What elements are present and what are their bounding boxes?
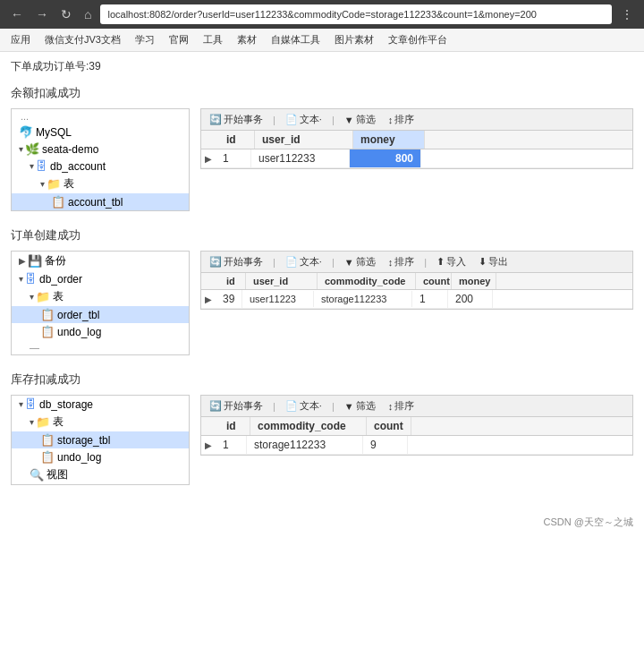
section-account-title: 余额扣减成功 <box>11 85 633 101</box>
text-icon-2: 📄 <box>285 256 298 268</box>
sort-btn-1[interactable]: ↕ 排序 <box>386 112 418 127</box>
start-transaction-btn-1[interactable]: 🔄 开始事务 <box>207 112 266 127</box>
refresh-button[interactable]: ↻ <box>57 5 75 23</box>
back-button[interactable]: ← <box>7 5 27 23</box>
tree-item-storage-tbl[interactable]: 📋 storage_tbl <box>12 431 189 448</box>
row-arrow-storage-1: ▶ <box>201 440 216 450</box>
text-icon-1: 📄 <box>285 114 298 125</box>
tree-item-mysql[interactable]: 🐬 MySQL <box>12 124 189 141</box>
col-id-account: id <box>219 131 255 149</box>
bookmark-item[interactable]: 学习 <box>130 31 160 48</box>
tree-item-account-tbl[interactable]: 📋 account_tbl <box>12 193 189 210</box>
tree-item-db-account[interactable]: ▾ 🗄 db_account <box>12 158 189 175</box>
tree-item-table-group-order[interactable]: ▾ 📁 表 <box>12 287 189 306</box>
filter-btn-2[interactable]: ▼ 筛选 <box>342 254 378 269</box>
tree-item-table-group-storage[interactable]: ▾ 📁 表 <box>12 413 189 431</box>
filter-icon-3: ▼ <box>344 401 354 412</box>
cell-count-order-1: 1 <box>412 290 448 308</box>
forward-button[interactable]: → <box>32 5 52 23</box>
tree-item-db-storage[interactable]: ▾ 🗄 db_storage <box>12 396 189 413</box>
col-count-order: count <box>416 273 452 289</box>
section-storage-title: 库存扣减成功 <box>11 371 633 388</box>
col-id-order: id <box>219 273 246 289</box>
tree-item-undo-log-order[interactable]: 📋 undo_log <box>12 323 189 340</box>
footer-text: CSDN @天空～之城 <box>544 516 633 527</box>
table-group-storage-label: 表 <box>53 414 64 430</box>
bookmark-item[interactable]: 素材 <box>232 31 262 48</box>
tree-item-backup[interactable]: ▶ 💾 备份 <box>12 252 189 270</box>
section-order: 订单创建成功 ▶ 💾 备份 ▾ 🗄 db_order ▾ 📁 表 <box>11 227 633 355</box>
cell-commoditycode-order-1: storage112233 <box>314 291 412 307</box>
import-btn[interactable]: ⬆ 导入 <box>434 254 469 269</box>
tree-item-ellipsis1[interactable]: ... <box>12 109 189 124</box>
tree-item-db-order[interactable]: ▾ 🗄 db_order <box>12 270 189 287</box>
arrow-db-account: ▾ <box>30 161 34 171</box>
sort-icon-1: ↕ <box>388 115 394 125</box>
db-panel-order: 🔄 开始事务 | 📄 文本· | ▼ 筛选 ↕ 排序 <box>200 251 633 310</box>
text-btn-3[interactable]: 📄 文本· <box>283 398 325 414</box>
seata-label: seata-demo <box>42 143 98 156</box>
db-toolbar-storage: 🔄 开始事务 | 📄 文本· | ▼ 筛选 ↕ 排序 <box>201 396 632 417</box>
sep5: | <box>424 257 427 268</box>
page-footer: CSDN @天空～之城 <box>0 508 644 536</box>
account-tbl-label: account_tbl <box>68 196 123 209</box>
sort-btn-2[interactable]: ↕ 排序 <box>386 254 418 269</box>
menu-button[interactable]: ⋮ <box>617 5 637 23</box>
bookmark-item[interactable]: 自媒体工具 <box>266 31 326 48</box>
tree-item-table-group-account[interactable]: ▾ 📁 表 <box>12 175 189 193</box>
bookmark-item[interactable]: 文章创作平台 <box>383 31 453 48</box>
transaction-icon-1: 🔄 <box>209 114 222 125</box>
start-transaction-btn-2[interactable]: 🔄 开始事务 <box>207 254 266 269</box>
arrow-table-group-order: ▾ <box>30 292 34 302</box>
col-userid-order: user_id <box>246 273 318 289</box>
bookmark-item[interactable]: 应用 <box>5 31 36 48</box>
text-icon-3: 📄 <box>285 400 298 412</box>
db-storage-icon: 🗄 <box>25 397 37 411</box>
sort-btn-3[interactable]: ↕ 排序 <box>386 398 418 414</box>
bookmark-item[interactable]: 工具 <box>198 31 228 48</box>
tree-item-view[interactable]: 🔍 视图 <box>12 465 189 484</box>
cell-money-order-1: 200 <box>448 290 493 308</box>
text-btn-2[interactable]: 📄 文本· <box>283 254 325 269</box>
table-row-storage-1: ▶ 1 storage112233 9 <box>201 436 632 455</box>
transaction-icon-3: 🔄 <box>209 400 222 412</box>
col-userid-account: user_id <box>255 131 353 149</box>
text-btn-1[interactable]: 📄 文本· <box>283 112 325 127</box>
cell-userid-order-1: user11223 <box>242 291 314 307</box>
cell-id-storage-1: 1 <box>216 436 247 454</box>
tree-item-undo-log-storage[interactable]: 📋 undo_log <box>12 448 189 465</box>
cell-commoditycode-storage-1: storage112233 <box>247 436 363 454</box>
backup-icon: 💾 <box>28 254 42 268</box>
undo-log-order-icon: 📋 <box>40 325 55 338</box>
home-button[interactable]: ⌂ <box>80 5 95 23</box>
col-commoditycode-order: commodity_code <box>318 273 416 289</box>
table-header-order: id user_id commodity_code count money <box>201 273 632 290</box>
filter-label-3: 筛选 <box>356 399 376 413</box>
start-transaction-btn-3[interactable]: 🔄 开始事务 <box>207 398 266 414</box>
bookmark-item[interactable]: 微信支付JV3文档 <box>39 31 126 48</box>
filter-icon-2: ▼ <box>344 257 354 268</box>
bookmark-item[interactable]: 图片素材 <box>329 31 379 48</box>
bookmark-item[interactable]: 官网 <box>164 31 194 48</box>
section-account: 余额扣减成功 ... 🐬 MySQL ▾ 🌿 seata-demo ▾ <box>11 85 633 211</box>
tree-item-ellipsis-order[interactable]: — <box>12 340 189 354</box>
table-group-order-label: 表 <box>53 289 64 304</box>
url-bar[interactable]: localhost:8082/order?userId=user112233&c… <box>100 4 612 24</box>
seata-icon: 🌿 <box>25 142 39 156</box>
view-icon: 🔍 <box>30 468 44 482</box>
tree-item-seata-demo[interactable]: ▾ 🌿 seata-demo <box>12 141 189 158</box>
start-transaction-label-2: 开始事务 <box>224 255 263 269</box>
sep2: | <box>332 115 335 125</box>
filter-label-1: 筛选 <box>356 113 376 126</box>
tree-order: ▶ 💾 备份 ▾ 🗄 db_order ▾ 📁 表 📋 order_tbl <box>11 251 190 355</box>
filter-btn-1[interactable]: ▼ 筛选 <box>342 112 378 127</box>
export-btn[interactable]: ⬇ 导出 <box>476 254 511 269</box>
sep1: | <box>273 115 275 125</box>
section-order-body: ▶ 💾 备份 ▾ 🗄 db_order ▾ 📁 表 📋 order_tbl <box>11 251 633 355</box>
filter-btn-3[interactable]: ▼ 筛选 <box>342 398 378 414</box>
sort-label-2: 排序 <box>394 255 414 269</box>
tree-item-order-tbl[interactable]: 📋 order_tbl <box>12 306 189 323</box>
browser-chrome: ← → ↻ ⌂ localhost:8082/order?userId=user… <box>0 0 644 29</box>
section-account-body: ... 🐬 MySQL ▾ 🌿 seata-demo ▾ 🗄 db_accoun… <box>11 108 633 211</box>
table-group-account-icon: 📁 <box>47 177 61 191</box>
